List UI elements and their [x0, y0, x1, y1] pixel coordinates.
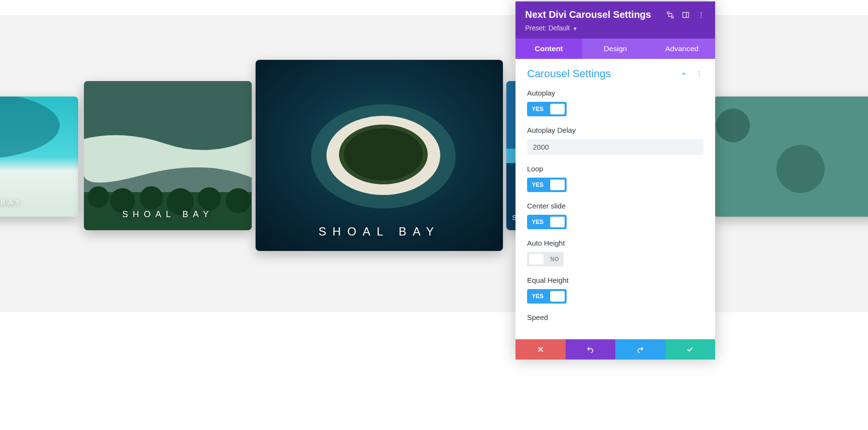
chevron-up-icon[interactable] — [679, 69, 688, 78]
autoplay-label: Autoplay — [527, 89, 704, 97]
auto-height-label: Auto Height — [527, 239, 704, 247]
save-button[interactable] — [665, 339, 716, 360]
svg-point-27 — [701, 14, 702, 15]
preset-selector[interactable]: Preset: Default ▼ — [525, 24, 705, 32]
settings-panel: Next Divi Carousel Settings Preset: Defa… — [515, 1, 715, 360]
svg-point-7 — [140, 186, 163, 209]
slide-caption: SHOAL BAY — [256, 225, 503, 238]
slide-caption: SHOAL BAY — [84, 209, 252, 220]
equal-height-label: Equal Height — [527, 276, 704, 284]
svg-point-21 — [716, 109, 750, 142]
snap-layout-icon[interactable] — [681, 11, 690, 19]
svg-rect-24 — [683, 12, 689, 17]
slide-caption: HOAL BAY — [0, 198, 78, 206]
carousel-slide[interactable] — [714, 97, 868, 217]
toggle-no-text: NO — [545, 256, 564, 263]
svg-point-30 — [699, 73, 700, 74]
autoplay-toggle[interactable]: YES — [527, 102, 567, 116]
carousel-slide-active[interactable]: SHOAL BAY — [256, 60, 503, 251]
svg-point-28 — [701, 16, 702, 17]
panel-title: Next Divi Carousel Settings — [525, 9, 659, 20]
svg-point-15 — [344, 128, 423, 180]
svg-point-9 — [198, 187, 221, 210]
toggle-yes-text: YES — [527, 181, 548, 188]
kebab-menu-icon[interactable] — [695, 69, 704, 78]
speed-label: Speed — [527, 313, 704, 321]
redo-button[interactable] — [615, 339, 665, 360]
toggle-yes-text: YES — [527, 293, 548, 300]
carousel-slide[interactable]: HOAL BAY — [0, 97, 78, 217]
svg-point-5 — [88, 186, 109, 208]
cancel-button[interactable] — [515, 339, 566, 360]
toggle-yes-text: YES — [527, 219, 548, 225]
svg-point-31 — [699, 75, 700, 76]
preset-value: Default — [548, 24, 570, 32]
caret-down-icon: ▼ — [573, 26, 578, 31]
autoplay-delay-input[interactable] — [527, 139, 704, 155]
section-carousel-settings[interactable]: Carousel Settings — [527, 68, 679, 80]
tab-advanced[interactable]: Advanced — [649, 39, 715, 59]
expand-icon[interactable] — [666, 11, 675, 19]
tab-content[interactable]: Content — [515, 39, 582, 59]
panel-header: Next Divi Carousel Settings Preset: Defa… — [515, 1, 715, 39]
auto-height-toggle[interactable]: NO — [527, 252, 564, 266]
autoplay-delay-label: Autoplay Delay — [527, 126, 704, 134]
svg-point-26 — [701, 12, 702, 13]
tab-design[interactable]: Design — [582, 39, 649, 59]
undo-button[interactable] — [566, 339, 616, 360]
panel-footer — [515, 339, 715, 360]
svg-point-29 — [699, 71, 700, 72]
equal-height-toggle[interactable]: YES — [527, 289, 567, 304]
loop-label: Loop — [527, 165, 704, 173]
panel-body: Carousel Settings Autoplay YES Autoplay … — [515, 59, 715, 339]
carousel-slide[interactable]: SHOAL BAY — [84, 81, 252, 230]
center-slide-label: Center slide — [527, 202, 704, 210]
loop-toggle[interactable]: YES — [527, 178, 567, 192]
center-slide-toggle[interactable]: YES — [527, 215, 567, 229]
toggle-yes-text: YES — [527, 106, 548, 112]
panel-tabs: Content Design Advanced — [515, 39, 715, 59]
svg-rect-23 — [669, 13, 672, 16]
preset-label: Preset: — [525, 24, 546, 32]
svg-point-22 — [776, 145, 825, 193]
kebab-menu-icon[interactable] — [697, 11, 705, 19]
